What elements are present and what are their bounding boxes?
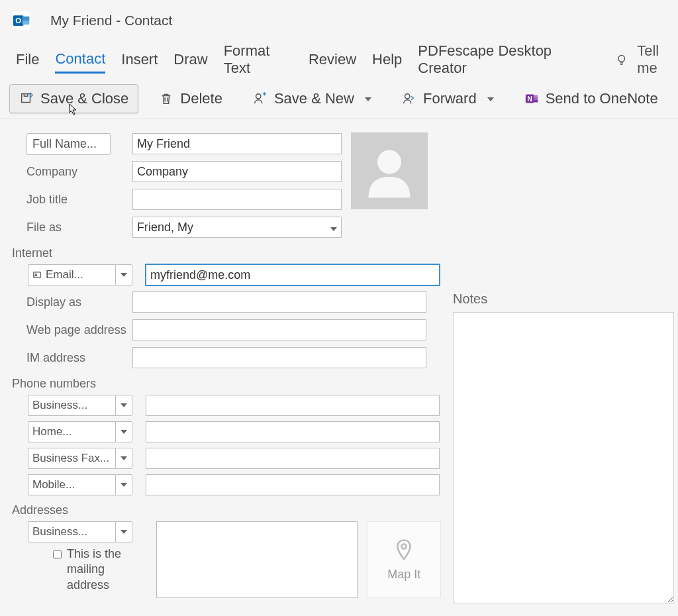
chevron-down-icon — [330, 221, 337, 234]
outlook-icon: O — [12, 11, 30, 30]
save-new-icon — [253, 91, 267, 106]
svg-rect-5 — [22, 93, 30, 102]
save-close-label: Save & Close — [40, 90, 128, 107]
contact-form: Full Name... Company Job title File as F… — [0, 123, 678, 606]
mailing-address-label: This is the mailing address — [67, 546, 143, 593]
display-as-label: Display as — [12, 295, 132, 309]
menu-bar: File Contact Insert Draw Format Text Rev… — [0, 41, 678, 78]
phone-mobile-input[interactable] — [146, 474, 440, 495]
full-name-button[interactable]: Full Name... — [26, 133, 111, 155]
tab-file[interactable]: File — [16, 47, 39, 72]
delete-label: Delete — [180, 90, 222, 107]
delete-button[interactable]: Delete — [149, 84, 232, 113]
file-as-value: Friend, My — [137, 221, 193, 234]
save-close-button[interactable]: Save & Close — [9, 84, 138, 113]
tab-pdfescape[interactable]: PDFescape Desktop Creator — [418, 38, 585, 81]
svg-point-4 — [618, 56, 625, 62]
chevron-down-icon — [361, 90, 371, 107]
company-input[interactable] — [132, 161, 342, 182]
contact-photo[interactable] — [351, 132, 428, 209]
email-type-dropdown[interactable] — [115, 264, 132, 285]
save-new-label: Save & New — [274, 90, 354, 107]
svg-rect-11 — [534, 97, 538, 100]
job-title-label: Job title — [12, 193, 132, 207]
card-icon — [32, 270, 42, 280]
svg-rect-3 — [23, 17, 30, 21]
trash-icon — [159, 91, 173, 106]
tab-review[interactable]: Review — [309, 47, 356, 72]
internet-header: Internet — [12, 244, 441, 264]
title-bar: O My Friend - Contact — [0, 0, 678, 41]
forward-icon — [402, 91, 416, 106]
map-it-button[interactable]: Map It — [367, 521, 441, 598]
ribbon-toolbar: Save & Close Delete Save & New Forward N… — [0, 78, 678, 119]
phone-bizfax-dropdown[interactable] — [115, 448, 132, 469]
svg-point-17 — [402, 544, 407, 548]
email-type-button[interactable]: Email... — [28, 264, 115, 285]
phone-business-dropdown[interactable] — [115, 395, 132, 416]
tab-format-text[interactable]: Format Text — [224, 38, 293, 81]
svg-point-14 — [377, 150, 401, 174]
mailing-address-checkbox-row[interactable]: This is the mailing address — [12, 546, 143, 593]
chevron-down-icon — [483, 90, 494, 107]
tab-help[interactable]: Help — [372, 47, 402, 72]
file-as-select[interactable]: Friend, My — [132, 217, 342, 238]
svg-point-16 — [35, 274, 36, 275]
im-input[interactable] — [132, 347, 426, 368]
lightbulb-icon — [615, 52, 628, 67]
svg-point-6 — [256, 93, 260, 98]
save-close-icon — [19, 91, 34, 106]
onenote-icon: N — [524, 91, 539, 106]
email-type-label: Email... — [46, 268, 83, 282]
addresses-header: Addresses — [12, 501, 441, 521]
file-as-label: File as — [12, 221, 132, 234]
phone-bizfax-button[interactable]: Business Fax... — [28, 448, 115, 469]
phone-mobile-button[interactable]: Mobile... — [28, 474, 115, 495]
phone-home-dropdown[interactable] — [115, 421, 132, 442]
address-type-button[interactable]: Business... — [28, 521, 115, 542]
display-as-input[interactable] — [132, 291, 426, 313]
job-title-input[interactable] — [132, 189, 342, 210]
forward-button[interactable]: Forward — [392, 84, 504, 113]
map-it-label: Map It — [387, 568, 420, 582]
person-placeholder-icon — [360, 141, 419, 201]
email-input[interactable] — [146, 264, 440, 285]
notes-input[interactable] — [453, 312, 674, 603]
svg-rect-15 — [34, 272, 41, 278]
notes-label: Notes — [453, 291, 674, 307]
mailing-address-checkbox[interactable] — [53, 549, 62, 560]
phone-home-button[interactable]: Home... — [28, 421, 115, 442]
svg-text:O: O — [15, 17, 21, 25]
phone-mobile-dropdown[interactable] — [115, 474, 132, 495]
phone-home-input[interactable] — [146, 421, 440, 442]
map-pin-icon — [394, 539, 414, 562]
full-name-input[interactable] — [132, 133, 342, 154]
svg-rect-12 — [534, 99, 538, 102]
tab-draw[interactable]: Draw — [173, 47, 207, 72]
address-input[interactable] — [156, 521, 358, 598]
phone-business-input[interactable] — [146, 395, 440, 416]
phone-header: Phone numbers — [12, 374, 441, 395]
send-onenote-label: Send to OneNote — [546, 90, 658, 107]
window-title: My Friend - Contact — [50, 13, 172, 28]
save-new-button[interactable]: Save & New — [243, 84, 381, 113]
svg-text:N: N — [527, 95, 532, 102]
tell-me-label: Tell me — [637, 42, 678, 77]
forward-label: Forward — [423, 90, 477, 107]
phone-business-button[interactable]: Business... — [28, 395, 115, 416]
company-label: Company — [12, 165, 132, 179]
address-type-dropdown[interactable] — [115, 521, 132, 542]
tab-contact[interactable]: Contact — [55, 46, 105, 74]
im-label: IM address — [12, 351, 132, 365]
tab-insert[interactable]: Insert — [121, 47, 158, 72]
phone-bizfax-input[interactable] — [146, 448, 440, 469]
webpage-input[interactable] — [132, 319, 426, 340]
svg-rect-10 — [534, 95, 538, 97]
send-onenote-button[interactable]: N Send to OneNote — [514, 84, 668, 113]
webpage-label: Web page address — [12, 323, 132, 337]
tell-me[interactable]: Tell me — [615, 42, 678, 77]
svg-point-7 — [405, 93, 410, 98]
